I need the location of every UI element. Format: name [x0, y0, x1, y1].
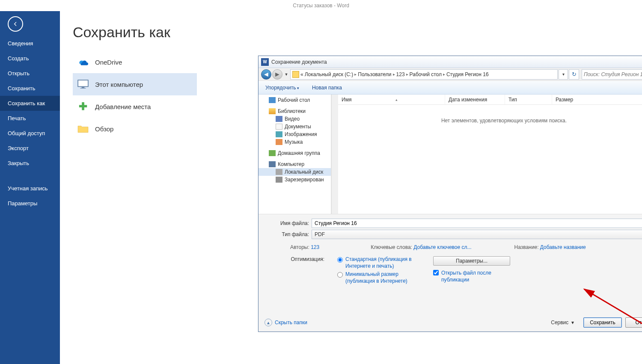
tree-video[interactable]: Видео: [259, 115, 331, 123]
breadcrumb-segment[interactable]: Рабочий стол: [410, 71, 442, 77]
file-list-header[interactable]: Имя▴ Дата изменения Тип Размер: [338, 95, 642, 105]
app-titlebar: Статусы заказов - Word: [0, 0, 642, 11]
organize-button[interactable]: Упорядочить: [263, 83, 302, 92]
location-onedrive[interactable]: OneDrive: [73, 51, 197, 73]
location-label: Этот компьютер: [95, 81, 143, 88]
onedrive-icon: [77, 56, 89, 68]
tree-libraries[interactable]: Библиотеки: [259, 107, 331, 115]
breadcrumb-segment[interactable]: Локальный диск (C:): [305, 71, 354, 77]
location-browse[interactable]: Обзор: [73, 118, 197, 140]
tree-desktop[interactable]: Рабочий стол: [259, 96, 331, 104]
breadcrumb[interactable]: « Локальный диск (C:)▸ Пользователи▸ 123…: [290, 69, 558, 80]
location-add-place[interactable]: ✚ Добавление места: [73, 95, 197, 118]
location-list: OneDrive Этот компьютер ✚ Добавление мес…: [73, 51, 197, 140]
plus-icon: ✚: [77, 101, 89, 112]
sidebar-item-close[interactable]: Закрыть: [0, 156, 60, 171]
page-title: Сохранить как: [73, 24, 642, 41]
dialog-navbar: ◄ ► ▼ « Локальный диск (C:)▸ Пользовател…: [259, 68, 642, 81]
app-title: Статусы заказов - Word: [293, 3, 349, 9]
folder-tree[interactable]: Рабочий стол Библиотеки Видео Документы …: [259, 95, 331, 214]
search-input[interactable]: [584, 71, 642, 77]
refresh-button[interactable]: ↻: [569, 69, 579, 80]
dialog-toolbar: Упорядочить Новая папка ☰ ▾ ?: [259, 81, 642, 95]
breadcrumb-segment[interactable]: Пользователи: [358, 71, 391, 77]
tree-reserved[interactable]: Зарезервирован: [259, 176, 331, 183]
sidebar-item-options[interactable]: Параметры: [0, 196, 60, 211]
tree-local-disk[interactable]: Локальный диск: [259, 168, 331, 176]
open-after-checkbox[interactable]: Открыть файл после публикации: [433, 270, 510, 283]
breadcrumb-dropdown[interactable]: ▾: [559, 69, 568, 80]
sidebar-item-open[interactable]: Открыть: [0, 66, 60, 81]
service-dropdown[interactable]: Сервис ▾: [551, 320, 574, 326]
sidebar-item-account[interactable]: Учетная запись: [0, 181, 60, 196]
tree-images[interactable]: Изображения: [259, 130, 331, 138]
sidebar-item-saveas[interactable]: Сохранить как: [0, 96, 60, 111]
dialog-titlebar: W Сохранение документа ✕: [259, 56, 642, 68]
new-folder-button[interactable]: Новая папка: [309, 83, 345, 92]
empty-message: Нет элементов, удовлетворяющих условиям …: [338, 105, 642, 214]
title-label: Название:: [514, 244, 539, 250]
folder-icon: [77, 123, 89, 135]
opt-standard[interactable]: Стандартная (публикация в Интернете и пе…: [337, 256, 419, 269]
location-this-pc[interactable]: Этот компьютер: [73, 73, 197, 95]
tree-computer[interactable]: Компьютер: [259, 160, 331, 168]
sidebar-item-new[interactable]: Создать: [0, 51, 60, 66]
save-form: Имя файла: ▾ Тип файла: PDF▾ Авторы: 123…: [259, 214, 642, 284]
backstage-sidebar: Сведения Создать Открыть Сохранить Сохра…: [0, 11, 60, 364]
optimization-label: Оптимизация:: [285, 256, 327, 284]
filename-input[interactable]: [312, 219, 642, 228]
keywords-link[interactable]: Добавьте ключевое сл...: [413, 244, 471, 250]
search-box[interactable]: 🔍: [582, 69, 642, 80]
filetype-label: Тип файла:: [265, 231, 312, 237]
tree-scrollbar[interactable]: [331, 95, 338, 214]
word-icon: W: [261, 58, 269, 66]
nav-history-button[interactable]: ▼: [283, 69, 289, 80]
keywords-label: Ключевые слова:: [371, 244, 412, 250]
sidebar-item-print[interactable]: Печать: [0, 111, 60, 126]
save-button[interactable]: Сохранить: [583, 317, 622, 328]
svg-rect-1: [82, 87, 85, 88]
breadcrumb-prefix: «: [300, 71, 303, 77]
col-name[interactable]: Имя▴: [338, 95, 445, 104]
file-list: Имя▴ Дата изменения Тип Размер Нет элеме…: [338, 95, 642, 214]
folder-icon: [292, 71, 299, 78]
tree-homegroup[interactable]: Домашняя группа: [259, 149, 331, 157]
filetype-select[interactable]: PDF▾: [312, 230, 642, 239]
sidebar-item-share[interactable]: Общий доступ: [0, 126, 60, 141]
title-link[interactable]: Добавьте название: [540, 244, 586, 250]
filename-label: Имя файла:: [265, 220, 312, 226]
save-dialog: W Сохранение документа ✕ ◄ ► ▼ « Локальн…: [258, 56, 642, 332]
breadcrumb-segment[interactable]: Студия Регион 16: [446, 71, 489, 77]
authors-label: Авторы:: [290, 244, 309, 250]
tree-music[interactable]: Музыка: [259, 138, 331, 146]
sidebar-item-export[interactable]: Экспорт: [0, 141, 60, 156]
chevron-up-icon: ▲: [265, 319, 272, 326]
authors-value[interactable]: 123: [311, 244, 319, 250]
backstage-main: Сохранить как OneDrive Этот компьютер ✚ …: [60, 11, 642, 364]
nav-back-button[interactable]: ◄: [261, 69, 271, 80]
sidebar-item-save[interactable]: Сохранить: [0, 81, 60, 96]
svg-rect-2: [80, 88, 86, 89]
breadcrumb-segment[interactable]: 123: [396, 71, 405, 77]
computer-icon: [77, 78, 89, 90]
hide-folders-button[interactable]: ▲ Скрыть папки: [265, 319, 307, 326]
svg-rect-0: [78, 80, 88, 86]
dialog-footer: ▲ Скрыть папки Сервис ▾ Сохранить Отмена: [259, 314, 642, 331]
col-size[interactable]: Размер: [552, 95, 642, 104]
col-type[interactable]: Тип: [505, 95, 552, 104]
parameters-button[interactable]: Параметры...: [433, 256, 510, 266]
back-button[interactable]: [8, 16, 23, 32]
location-label: Обзор: [95, 125, 113, 133]
sidebar-item-info[interactable]: Сведения: [0, 36, 60, 51]
opt-minimum[interactable]: Минимальный размер (публикация в Интерне…: [337, 271, 419, 284]
nav-forward-button[interactable]: ►: [272, 69, 282, 80]
col-modified[interactable]: Дата изменения: [445, 95, 505, 104]
location-label: OneDrive: [95, 59, 122, 66]
cancel-button[interactable]: Отмена: [625, 317, 642, 328]
location-label: Добавление места: [95, 103, 151, 110]
dialog-title: Сохранение документа: [271, 59, 327, 65]
tree-documents[interactable]: Документы: [259, 123, 331, 130]
